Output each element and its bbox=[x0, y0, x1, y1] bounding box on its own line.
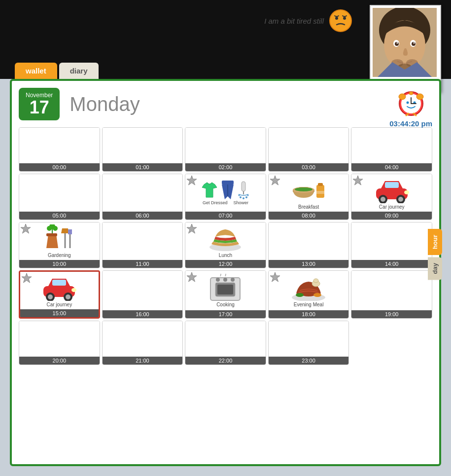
time-slot-2300[interactable]: 23:00 bbox=[268, 321, 349, 365]
day-number: 17 bbox=[26, 99, 53, 116]
svg-marker-61 bbox=[22, 273, 32, 283]
svg-point-33 bbox=[245, 196, 247, 198]
time-slot-0000[interactable]: 00:00 bbox=[19, 127, 100, 172]
time-label: 23:00 bbox=[269, 357, 349, 365]
svg-point-19 bbox=[399, 94, 406, 100]
starburst-icon bbox=[186, 175, 197, 186]
time-label: 06:00 bbox=[103, 212, 183, 220]
svg-rect-21 bbox=[409, 92, 413, 95]
svg-point-31 bbox=[240, 196, 242, 198]
svg-point-68 bbox=[71, 288, 76, 292]
time-slot-0800[interactable]: Breakfast 08:00 bbox=[268, 174, 349, 220]
svg-rect-27 bbox=[222, 181, 234, 184]
time-slot-1900[interactable]: 19:00 bbox=[351, 270, 432, 319]
clock-time: 03:44:20 pm bbox=[389, 119, 432, 128]
time-label: 03:00 bbox=[269, 163, 349, 171]
svg-point-56 bbox=[53, 226, 58, 231]
shower-icon bbox=[237, 181, 250, 199]
time-grid: 00:00 01:00 02:00 03:00 04:00 05:00 bbox=[19, 127, 432, 365]
diary-tab[interactable]: diary bbox=[59, 63, 99, 79]
time-slot-2200[interactable]: 22:00 bbox=[185, 321, 266, 365]
svg-point-74 bbox=[223, 278, 227, 282]
time-slot-0600[interactable]: 06:00 bbox=[102, 174, 183, 220]
svg-marker-59 bbox=[187, 224, 197, 233]
time-label: 15:00 bbox=[20, 309, 99, 317]
status-text: I am a bit tired still bbox=[264, 17, 324, 25]
clock-icon bbox=[396, 88, 426, 117]
time-slot-0300[interactable]: 03:00 bbox=[268, 127, 349, 172]
user-avatar-image bbox=[373, 8, 437, 77]
time-slot-2000[interactable]: 20:00 bbox=[19, 321, 100, 365]
time-label: 08:00 bbox=[269, 212, 349, 220]
time-label: 05:00 bbox=[19, 212, 100, 220]
svg-rect-29 bbox=[242, 182, 245, 191]
clock-area: 03:44:20 pm bbox=[389, 88, 432, 128]
time-slot-1300[interactable]: 13:00 bbox=[268, 222, 349, 268]
hour-button[interactable]: hour bbox=[428, 229, 442, 255]
svg-point-34 bbox=[239, 195, 240, 196]
time-slot-1800[interactable]: Evening Meal 18:00 bbox=[268, 270, 349, 319]
time-slot-1500[interactable]: Car journey 15:00 bbox=[19, 270, 100, 319]
time-label: 00:00 bbox=[19, 163, 100, 171]
svg-point-80 bbox=[296, 293, 304, 297]
tabs-row: wallet diary bbox=[15, 63, 99, 79]
time-slot-1700[interactable]: Cooking 17:00 bbox=[185, 270, 266, 319]
activity-label: Evening Meal bbox=[294, 302, 324, 307]
time-slot-0100[interactable]: 01:00 bbox=[102, 127, 183, 172]
cell-content bbox=[19, 128, 100, 163]
starburst-icon bbox=[270, 175, 280, 186]
svg-point-65 bbox=[48, 294, 53, 299]
svg-rect-41 bbox=[318, 183, 323, 186]
time-label: 18:00 bbox=[269, 310, 349, 318]
svg-point-50 bbox=[404, 190, 409, 194]
svg-marker-51 bbox=[21, 224, 31, 233]
svg-point-0 bbox=[330, 10, 351, 32]
time-label: 14:00 bbox=[351, 260, 432, 268]
car-journey2-icon bbox=[39, 274, 79, 301]
side-buttons: hour day bbox=[428, 229, 442, 280]
svg-point-67 bbox=[66, 294, 70, 299]
time-slot-0200[interactable]: 02:00 bbox=[185, 127, 266, 172]
time-slot-1000[interactable]: Gardening 10:00 bbox=[19, 222, 100, 268]
time-label: 16:00 bbox=[103, 310, 183, 318]
svg-marker-36 bbox=[270, 176, 280, 185]
svg-point-35 bbox=[247, 195, 249, 196]
svg-point-49 bbox=[398, 197, 403, 202]
svg-point-81 bbox=[313, 293, 321, 297]
time-slot-0400[interactable]: 04:00 bbox=[351, 127, 432, 172]
time-slot-0500[interactable]: 05:00 bbox=[19, 174, 100, 220]
gardening-icon bbox=[39, 224, 79, 252]
time-label: 09:00 bbox=[351, 212, 432, 220]
svg-rect-42 bbox=[316, 191, 324, 194]
time-label: 13:00 bbox=[269, 260, 349, 268]
svg-rect-45 bbox=[385, 182, 399, 188]
time-label: 19:00 bbox=[351, 310, 432, 318]
svg-point-2 bbox=[343, 17, 346, 20]
activity-label: Car journey bbox=[46, 302, 72, 307]
car-journey-icon bbox=[372, 176, 412, 203]
day-button[interactable]: day bbox=[428, 257, 442, 280]
time-slot-1200[interactable]: Lunch 12:00 bbox=[185, 222, 266, 268]
day-name: Monday bbox=[69, 93, 139, 115]
svg-point-11 bbox=[414, 42, 415, 44]
time-slot-1100[interactable]: 11:00 bbox=[102, 222, 183, 268]
wallet-tab[interactable]: wallet bbox=[15, 63, 57, 79]
starburst-icon bbox=[186, 223, 197, 234]
time-slot-0700[interactable]: Get Dressed Shower 07:00 bbox=[185, 174, 266, 220]
time-slot-1400[interactable]: 14:00 bbox=[351, 222, 432, 268]
svg-point-20 bbox=[416, 94, 423, 100]
svg-rect-52 bbox=[46, 233, 57, 236]
activity-label: Car journey bbox=[379, 204, 405, 210]
svg-point-17 bbox=[406, 102, 409, 104]
top-bar: I am a bit tired still bbox=[0, 0, 451, 79]
svg-point-79 bbox=[313, 279, 318, 283]
svg-point-73 bbox=[216, 278, 220, 282]
time-slot-0900[interactable]: Car journey 09:00 bbox=[351, 174, 432, 220]
activity-label: Breakfast bbox=[298, 204, 319, 210]
activity-label: Lunch bbox=[219, 253, 232, 258]
mood-icon bbox=[329, 9, 352, 33]
svg-marker-69 bbox=[187, 272, 197, 282]
time-slot-2100[interactable]: 21:00 bbox=[102, 321, 183, 365]
svg-point-10 bbox=[397, 42, 398, 44]
time-slot-1600[interactable]: 16:00 bbox=[102, 270, 183, 319]
